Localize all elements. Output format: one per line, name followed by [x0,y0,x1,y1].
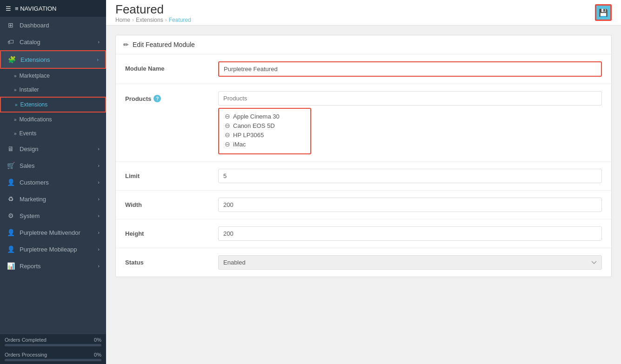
remove-product-imac[interactable]: ⊖ [225,140,230,148]
form-row-status: Status Enabled Disabled [116,248,611,277]
status-wrap: Enabled Disabled [218,255,602,270]
sales-icon: 🛒 [7,162,15,169]
sidebar-item-reports[interactable]: 📊 Reports › [0,258,106,274]
orders-completed-percent: 0% [94,337,101,343]
nav-menu-icon: ☰ [6,5,11,12]
multivendor-icon: 👤 [7,229,15,236]
module-name-input[interactable] [218,61,602,77]
sidebar-item-purpletree-mobileapp[interactable]: 👤 Purpletree Mobileapp › [0,241,106,258]
sidebar-item-extensions[interactable]: 🧩 Extensions › [0,50,106,69]
form-row-module-name: Module Name [116,54,611,84]
form-row-products: Products ? ⊖ Apple Cinema 30 ⊖ Canon EOS… [116,84,611,162]
products-help-icon[interactable]: ? [154,95,161,102]
sidebar-item-design[interactable]: 🖥 Design › [0,140,106,157]
reports-chevron: › [98,263,100,269]
form-row-height: Height [116,219,611,248]
content-area: ✏ Edit Featured Module Module Name Produ… [106,26,621,364]
sidebar-sub-marketplace[interactable]: » Marketplace [0,69,106,83]
sidebar-sub-extensions[interactable]: » Extensions [0,97,106,113]
topbar-left: Featured Home › Extensions › Featured [115,2,191,23]
sidebar-label-installer: Installer [20,86,39,93]
label-module-name: Module Name [125,61,218,72]
products-wrap: ⊖ Apple Cinema 30 ⊖ Canon EOS 5D ⊖ HP LP… [218,91,602,154]
multivendor-chevron: › [98,230,100,235]
design-icon: 🖥 [7,145,15,152]
product-label-imac: iMac [233,141,246,148]
form-row-width: Width [116,191,611,219]
sidebar-sub-modifications[interactable]: » Modifications [0,113,106,126]
sidebar-item-customers[interactable]: 👤 Customers › [0,174,106,191]
sidebar: ☰ ≡ NAVIGATION ⊞ Dashboard 🏷 Catalog › 🧩… [0,0,106,364]
width-input[interactable] [218,198,602,212]
sub-arrow-marketplace: » [14,73,17,79]
list-item: ⊖ Apple Cinema 30 [225,113,305,120]
main-content: Featured Home › Extensions › Featured 💾 … [106,0,621,364]
label-height: Height [125,226,218,237]
sidebar-label-extensions: Extensions [20,56,50,63]
sidebar-item-dashboard[interactable]: ⊞ Dashboard [0,17,106,33]
remove-product-canon[interactable]: ⊖ [225,122,230,129]
label-width: Width [125,198,218,208]
breadcrumb-current: Featured [169,17,191,23]
sidebar-label-purpletree-multivendor: Purpletree Multivendor [20,229,80,236]
system-icon: ⚙ [7,212,15,219]
remove-product-hp[interactable]: ⊖ [225,131,230,139]
edit-icon: ✏ [123,41,129,48]
limit-input[interactable] [218,169,602,183]
save-button[interactable]: 💾 [595,4,612,21]
sidebar-label-extensions-sub: Extensions [20,101,48,108]
height-wrap [218,226,602,241]
breadcrumb-home[interactable]: Home [115,17,130,23]
sidebar-label-customers: Customers [20,179,49,186]
sidebar-item-marketing[interactable]: ♻ Marketing › [0,191,106,207]
sidebar-label-sales: Sales [20,162,35,169]
marketing-chevron: › [98,196,100,202]
catalog-icon: 🏷 [7,38,15,46]
system-chevron: › [98,213,100,218]
product-label-hp: HP LP3065 [233,132,264,139]
mobileapp-chevron: › [98,246,100,252]
mobileapp-icon: 👤 [7,245,15,253]
catalog-chevron: › [98,39,100,45]
sidebar-header: ☰ ≡ NAVIGATION [0,0,106,17]
label-limit: Limit [125,169,218,179]
height-input[interactable] [218,226,602,241]
product-label-apple-cinema: Apple Cinema 30 [233,113,280,120]
marketing-icon: ♻ [7,195,15,203]
orders-processing-label: Orders Processing [5,352,47,357]
status-select[interactable]: Enabled Disabled [218,255,602,270]
sub-arrow-events: » [14,131,17,136]
products-list: ⊖ Apple Cinema 30 ⊖ Canon EOS 5D ⊖ HP LP… [218,108,311,154]
topbar-right: 💾 [595,4,612,21]
products-search-input[interactable] [218,91,602,106]
card-header-title: Edit Featured Module [133,41,195,48]
sidebar-label-system: System [20,212,40,219]
design-chevron: › [98,146,100,152]
sidebar-item-sales[interactable]: 🛒 Sales › [0,157,106,174]
extensions-chevron: › [97,57,99,62]
sidebar-label-catalog: Catalog [20,39,40,46]
card-header: ✏ Edit Featured Module [116,35,611,54]
sidebar-label-design: Design [20,146,38,152]
topbar: Featured Home › Extensions › Featured 💾 [106,0,621,26]
orders-processing-percent: 0% [94,352,101,357]
sidebar-label-marketplace: Marketplace [20,73,50,79]
sub-arrow-installer: » [14,87,17,93]
sidebar-item-purpletree-multivendor[interactable]: 👤 Purpletree Multivendor › [0,224,106,241]
form-row-limit: Limit [116,162,611,191]
list-item: ⊖ Canon EOS 5D [225,122,305,129]
edit-card: ✏ Edit Featured Module Module Name Produ… [115,35,612,277]
module-name-wrap [218,61,602,77]
list-item: ⊖ HP LP3065 [225,131,305,139]
orders-completed-label: Orders Completed [5,337,47,343]
sidebar-sub-installer[interactable]: » Installer [0,83,106,97]
sidebar-item-catalog[interactable]: 🏷 Catalog › [0,33,106,50]
breadcrumb-extensions[interactable]: Extensions [136,17,163,23]
limit-wrap [218,169,602,183]
sidebar-item-system[interactable]: ⚙ System › [0,207,106,224]
sidebar-bottom: Orders Completed 0% Orders Processing 0% [0,334,106,364]
sidebar-label-marketing: Marketing [20,196,46,203]
sidebar-sub-events[interactable]: » Events [0,126,106,140]
remove-product-apple-cinema[interactable]: ⊖ [225,113,230,120]
label-status: Status [125,255,218,266]
